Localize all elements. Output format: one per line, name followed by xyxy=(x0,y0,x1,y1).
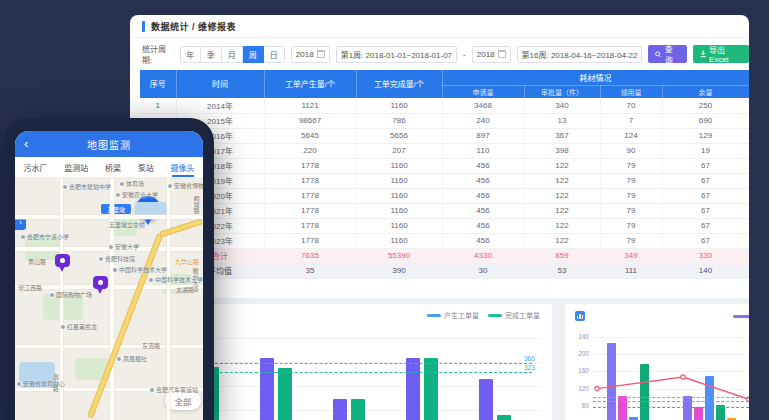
table-row: 62019年177811604561227967 xyxy=(140,173,749,188)
table-cell: 1160 xyxy=(356,98,442,113)
table-row: 12014年11211160346834070250 xyxy=(140,98,749,113)
map-label: 太湖路 xyxy=(176,285,194,294)
table-cell: 111 xyxy=(600,263,662,278)
table-cell: 1160 xyxy=(356,233,442,248)
week-start-input[interactable]: 第1周: 2018-01-01~2018-01-07 xyxy=(336,46,457,63)
table-cell: 19 xyxy=(662,143,749,158)
period-option-月[interactable]: 月 xyxy=(222,46,243,63)
legend-item-产生工单量[interactable]: 产生工单量 xyxy=(427,310,479,320)
tab-桥梁[interactable]: 桥梁 xyxy=(105,157,121,177)
table-cell: 79 xyxy=(600,218,662,233)
map-label: 潜山路 xyxy=(51,374,60,392)
table-cell: 129 xyxy=(662,128,749,143)
consumables-chart-card: 2402001601208040 xyxy=(565,304,749,420)
table-cell: 124 xyxy=(600,128,662,143)
search-button[interactable]: 查询 xyxy=(648,45,686,63)
street xyxy=(167,178,170,420)
table-cell: 1160 xyxy=(356,218,442,233)
table-cell: 1 xyxy=(140,98,176,113)
table-cell: 349 xyxy=(600,248,662,263)
tab-监测站[interactable]: 监测站 xyxy=(64,157,88,177)
table-cell: 456 xyxy=(442,218,524,233)
tab-泵站[interactable]: 泵站 xyxy=(138,157,154,177)
period-option-年[interactable]: 年 xyxy=(180,46,201,63)
table-cell: 110 xyxy=(442,143,524,158)
table-total-row: 合计7635553904330859349330 xyxy=(140,248,749,263)
table-cell: 1160 xyxy=(356,158,442,173)
table-row: 32016年56455656897367124129 xyxy=(140,128,749,143)
table-row: 92022年177811604561227967 xyxy=(140,218,749,233)
table-cell: 67 xyxy=(662,233,749,248)
period-option-季[interactable]: 季 xyxy=(201,46,222,63)
bar-完成工单量 xyxy=(351,399,365,420)
filter-toolbar: 统计周期: 年季月周日 2018 第1周: 2018-01-01~2018-01… xyxy=(130,39,749,69)
table-cell: 240 xyxy=(442,113,524,128)
table-cell: 1778 xyxy=(264,173,356,188)
sub-col-3: 余量 xyxy=(662,85,749,98)
tab-摄像头[interactable]: 摄像头 xyxy=(171,157,195,177)
bar-完成工单量 xyxy=(278,368,292,420)
table-cell: 1778 xyxy=(264,233,356,248)
phone-mockup: ‹ 地图监测 污水厂监测站桥梁泵站摄像头 › 五里墩 全部 合肥市琥珀中学体育场… xyxy=(4,118,214,420)
bar-产生工单量 xyxy=(260,358,274,420)
back-button[interactable]: ‹ xyxy=(24,135,28,152)
legend-item-clipped[interactable] xyxy=(733,315,749,318)
table-cell: 456 xyxy=(442,188,524,203)
year-end-value: 2018 xyxy=(477,50,495,59)
table-cell: 207 xyxy=(356,143,442,158)
period-option-日[interactable]: 日 xyxy=(264,46,285,63)
map-canvas[interactable]: › 五里墩 全部 合肥市琥珀中学体育场安徽农业大学安徽省博物馆桐城路五里墩立交桥… xyxy=(15,178,203,420)
street xyxy=(15,285,203,289)
col-header-completed: 工单完成量/个 xyxy=(356,70,442,98)
export-excel-button[interactable]: 导出Excel xyxy=(693,45,749,63)
search-icon xyxy=(655,51,661,58)
period-option-周[interactable]: 周 xyxy=(243,46,264,63)
table-cell: 122 xyxy=(524,233,600,248)
table-cell: 1778 xyxy=(264,218,356,233)
map-label: 桐城路 xyxy=(192,196,201,214)
table-cell: 79 xyxy=(600,188,662,203)
table-cell: 5656 xyxy=(356,128,442,143)
range-separator: - xyxy=(463,50,466,59)
tab-污水厂[interactable]: 污水厂 xyxy=(23,157,47,177)
map-label: 九华山路 xyxy=(175,257,199,266)
table-cell: 1121 xyxy=(264,98,356,113)
main-road xyxy=(159,218,203,237)
table-cell: 1160 xyxy=(356,203,442,218)
table-cell: 79 xyxy=(600,233,662,248)
table-cell: 7 xyxy=(600,113,662,128)
y-axis-tick: 80 xyxy=(567,402,589,409)
table-average-row: 平均值353903053111140 xyxy=(140,263,749,278)
year-start-select[interactable]: 2018 xyxy=(291,46,330,63)
map-label: 合肥科技馆 xyxy=(98,254,135,263)
col-header-time: 时间 xyxy=(176,70,264,98)
bar-产生工单量 xyxy=(406,358,420,420)
table-cell: 79 xyxy=(600,158,662,173)
table-cell: 330 xyxy=(662,248,749,263)
table-row: 102023年177811604561227967 xyxy=(140,233,749,248)
table-cell: 35 xyxy=(264,263,356,278)
map-label: 安徽省博物馆 xyxy=(167,181,203,190)
table-cell: 859 xyxy=(524,248,600,263)
table-cell: 897 xyxy=(442,128,524,143)
table-cell: 67 xyxy=(662,203,749,218)
calendar-icon xyxy=(498,50,506,58)
table-cell: 2014年 xyxy=(176,98,264,113)
table-cell: 7635 xyxy=(264,248,356,263)
table-cell: 70 xyxy=(600,98,662,113)
table-cell: 367 xyxy=(524,128,600,143)
year-start-value: 2018 xyxy=(296,50,314,59)
chart-card-header xyxy=(575,311,589,321)
y-axis-tick: 160 xyxy=(567,367,589,374)
table-cell: 122 xyxy=(524,188,600,203)
phone-page-title: 地图监测 xyxy=(87,137,131,152)
bar-产生工单量 xyxy=(479,379,493,420)
week-end-input[interactable]: 第16周: 2018-04-16~2018-04-22 xyxy=(517,46,643,63)
year-end-select[interactable]: 2018 xyxy=(472,46,511,63)
table-cell: 79 xyxy=(600,173,662,188)
table-row: 52018年177811604561227967 xyxy=(140,158,749,173)
legend-label: 完成工单量 xyxy=(505,310,540,320)
sub-col-1: 审批量（件） xyxy=(524,85,600,98)
phone-header: ‹ 地图监测 xyxy=(15,131,203,157)
legend-item-完成工单量[interactable]: 完成工单量 xyxy=(488,310,540,320)
